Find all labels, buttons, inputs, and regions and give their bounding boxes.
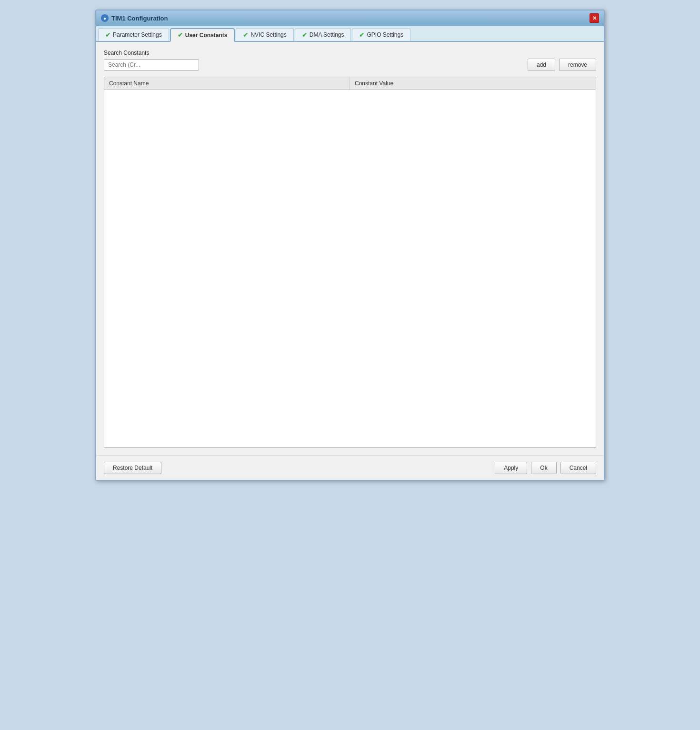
close-button[interactable]: ✕ xyxy=(590,13,599,23)
constants-table: Constant Name Constant Value xyxy=(104,77,596,448)
ok-button[interactable]: Ok xyxy=(531,462,556,474)
tab-gpio-settings[interactable]: ✔ GPIO Settings xyxy=(352,28,410,41)
search-input[interactable] xyxy=(104,59,199,71)
check-icon-parameter: ✔ xyxy=(105,31,110,39)
app-icon: ● xyxy=(101,14,109,22)
check-icon-gpio: ✔ xyxy=(359,31,364,39)
check-icon-dma: ✔ xyxy=(302,31,307,39)
check-icon-user-constants: ✔ xyxy=(178,31,183,39)
tab-nvic-settings[interactable]: ✔ NVIC Settings xyxy=(236,28,293,41)
table-body xyxy=(104,90,596,447)
tab-label-dma-settings: DMA Settings xyxy=(310,31,344,38)
add-button[interactable]: add xyxy=(528,59,555,71)
tab-parameter-settings[interactable]: ✔ Parameter Settings xyxy=(98,28,169,41)
tab-label-user-constants: User Constants xyxy=(185,32,228,39)
window-title: TIM1 Configuration xyxy=(111,15,168,22)
tab-label-nvic-settings: NVIC Settings xyxy=(250,31,286,38)
check-icon-nvic: ✔ xyxy=(243,31,248,39)
restore-default-button[interactable]: Restore Default xyxy=(104,462,161,474)
content-area: Search Constants add remove Constant Nam… xyxy=(96,42,604,456)
apply-button[interactable]: Apply xyxy=(495,462,527,474)
column-constant-value: Constant Value xyxy=(350,77,596,90)
footer: Restore Default Apply Ok Cancel xyxy=(96,456,604,480)
tab-label-parameter-settings: Parameter Settings xyxy=(113,31,162,38)
search-section: Search Constants add remove xyxy=(104,50,596,71)
title-bar: ● TIM1 Configuration ✕ xyxy=(96,10,604,26)
main-window: ● TIM1 Configuration ✕ ✔ Parameter Setti… xyxy=(95,10,605,481)
tab-user-constants[interactable]: ✔ User Constants xyxy=(170,28,235,42)
remove-button[interactable]: remove xyxy=(559,59,596,71)
tab-dma-settings[interactable]: ✔ DMA Settings xyxy=(295,28,351,41)
cancel-button[interactable]: Cancel xyxy=(560,462,596,474)
search-row: add remove xyxy=(104,59,596,71)
column-constant-name: Constant Name xyxy=(104,77,350,90)
title-bar-left: ● TIM1 Configuration xyxy=(101,14,168,22)
table-header: Constant Name Constant Value xyxy=(104,77,596,90)
tab-label-gpio-settings: GPIO Settings xyxy=(367,31,403,38)
search-label: Search Constants xyxy=(104,50,596,56)
tab-bar: ✔ Parameter Settings ✔ User Constants ✔ … xyxy=(96,26,604,42)
